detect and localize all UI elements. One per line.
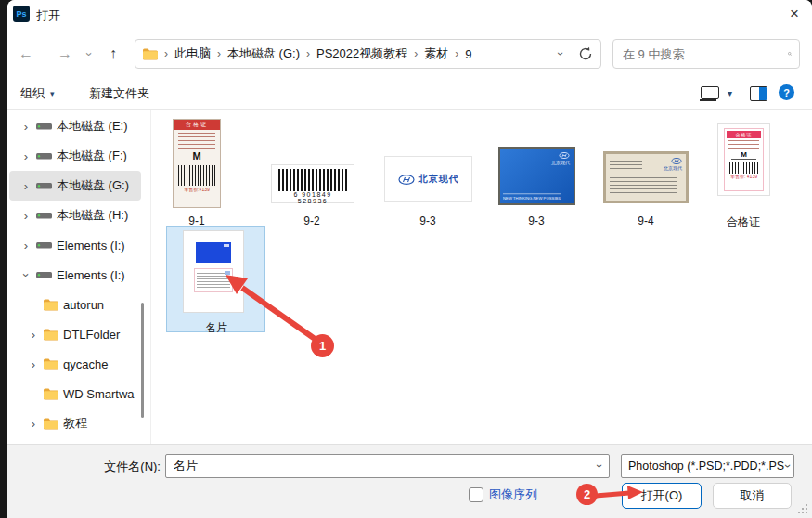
chevron-down-icon[interactable]: › (19, 269, 33, 280)
chevron-down-icon: › (83, 52, 97, 56)
filename-input[interactable] (165, 454, 610, 478)
file-list: 合格证 M 零售价:¥139 9-1 6 901849 528936 9-2 北… (150, 110, 812, 444)
drive-icon (36, 121, 52, 132)
thumb-text-lines (178, 133, 215, 151)
refresh-icon[interactable] (578, 46, 593, 61)
address-bar[interactable]: › 此电脑 › 本地磁盘 (G:) › PS2022视频教程 › 素材 › 9 … (135, 39, 601, 69)
thumb-text-lines (610, 161, 642, 170)
organize-label: 组织 (20, 85, 45, 102)
filetype-select[interactable]: Photoshop (*.PSD;*.PDD;*.PS › (621, 454, 794, 478)
photoshop-app-icon: Ps (13, 6, 30, 22)
search-input[interactable] (621, 46, 788, 62)
breadcrumb-9[interactable]: 9 (465, 47, 471, 61)
view-mode-caret-icon[interactable]: ▾ (728, 88, 732, 98)
new-folder-button[interactable]: 新建文件夹 (89, 85, 149, 102)
back-button[interactable]: ← (15, 43, 37, 65)
forward-button[interactable]: → (54, 43, 76, 65)
sidebar-item-label: autorun (63, 298, 104, 312)
breadcrumb-separator: › (455, 47, 458, 60)
breadcrumb-sucai[interactable]: 素材 (424, 45, 448, 62)
thumb-barcode (178, 165, 215, 186)
sidebar-item-label: 本地磁盘 (H:) (57, 207, 128, 224)
thumb-text-lines (728, 140, 759, 151)
file-item-9-2[interactable]: 6 901849 528936 (271, 164, 354, 203)
drive-icon (36, 210, 52, 221)
sidebar-scrollbar[interactable] (141, 303, 144, 418)
sidebar-item-label: 本地磁盘 (F:) (57, 148, 127, 164)
thumb-hyundai-text-small: 北京现代 (664, 165, 682, 171)
cancel-button[interactable]: 取消 (713, 483, 792, 509)
thumb-blue-card-small (196, 242, 231, 263)
folder-icon (44, 358, 58, 370)
open-button[interactable]: 打开(O) (622, 483, 702, 509)
forward-icon: → (58, 45, 72, 62)
breadcrumb-separator: › (414, 47, 418, 60)
file-item-9-3-white[interactable]: 北京现代 (384, 156, 472, 202)
chevron-right-icon[interactable]: › (20, 239, 32, 253)
image-sequence-checkbox[interactable] (469, 487, 483, 502)
sidebar-item-label: WD Smartwa (63, 387, 135, 401)
drive-icon (36, 240, 52, 251)
breadcrumb-separator: › (217, 47, 221, 60)
thumb-barcode-digits: 6 901849 528936 (278, 191, 347, 204)
sidebar-item-label: DTLFolder (63, 328, 120, 342)
up-button[interactable]: ↑ (102, 43, 124, 65)
close-icon[interactable]: × (781, 2, 807, 26)
file-item-9-3-blue[interactable]: 北京现代 NEW THINKING.NEW POSSIBILITIES. (498, 147, 575, 205)
filename-label: 文件名(N): (63, 459, 161, 475)
breadcrumb-ps2022[interactable]: PS2022视频教程 (316, 45, 407, 62)
file-item-9-4[interactable]: 北京现代 (603, 151, 689, 203)
breadcrumb-local-disk-g[interactable]: 本地磁盘 (G:) (227, 45, 300, 62)
thumb-cert-title: 合格证 (727, 131, 761, 138)
file-item-mingpian-selected[interactable]: 名片 (166, 226, 265, 332)
file-item-hegezheng[interactable]: 合格证 M 零售价: ¥139 (717, 123, 770, 196)
search-box[interactable] (612, 39, 800, 69)
sidebar-item-disk-h[interactable]: › 本地磁盘 (H:) (9, 201, 141, 230)
sidebar-item-label: qycache (63, 357, 108, 371)
thumb-slogan: NEW THINKING.NEW POSSIBILITIES. (503, 193, 561, 201)
sidebar-item-label: 本地磁盘 (E:) (57, 118, 128, 135)
chevron-down-icon: › (781, 464, 794, 468)
file-item-9-1[interactable]: 合格证 M 零售价:¥139 (173, 119, 221, 208)
chevron-right-icon[interactable]: › (28, 417, 39, 431)
address-dropdown-icon[interactable]: › (554, 52, 567, 56)
sidebar-item-disk-g-selected[interactable]: › 本地磁盘 (G:) (9, 171, 141, 201)
hyundai-logo-icon (398, 175, 415, 185)
sidebar-item-disk-f[interactable]: › 本地磁盘 (F:) (9, 141, 141, 171)
breadcrumb-this-pc[interactable]: 此电脑 (174, 45, 211, 62)
breadcrumb-separator: › (164, 47, 168, 60)
sidebar-item-qycache[interactable]: › qycache (9, 349, 141, 379)
recent-locations-button[interactable]: › (78, 43, 100, 65)
view-mode-icon[interactable] (701, 86, 719, 99)
thumb-barcode (278, 169, 347, 191)
chevron-right-icon[interactable]: › (20, 149, 32, 163)
sidebar-item-autorun[interactable]: autorun (9, 290, 141, 319)
window-title: 打开 (36, 7, 60, 24)
file-label: 名片 (174, 320, 258, 336)
thumb-hyundai-text-small: 北京现代 (551, 160, 570, 165)
sidebar-item-label: Elements (I:) (57, 268, 125, 282)
chevron-down-icon[interactable]: › (593, 464, 606, 468)
filename-combobox: › (165, 454, 610, 478)
sidebar-item-elements-i-expanded[interactable]: › Elements (I:) (9, 260, 141, 290)
chevron-right-icon[interactable]: › (20, 120, 32, 134)
sidebar-item-disk-e[interactable]: › 本地磁盘 (E:) (9, 111, 141, 141)
thumb-cert-price: 零售价:¥139 (174, 187, 220, 192)
sidebar-item-dtlfolder[interactable]: › DTLFolder (9, 319, 141, 349)
chevron-right-icon[interactable]: › (20, 179, 32, 193)
sidebar-item-jiaocheng[interactable]: › 教程 (9, 408, 141, 438)
sidebar-item-wd-smartware[interactable]: WD Smartwa (9, 379, 141, 408)
organize-button[interactable]: 组织 ▾ (20, 85, 55, 102)
thumb-cert-title: 合格证 (174, 120, 220, 130)
title-bar[interactable]: Ps 打开 × (7, 0, 812, 28)
breadcrumb-separator: › (306, 47, 310, 60)
chevron-right-icon[interactable]: › (28, 357, 39, 371)
sidebar-item-elements-i[interactable]: › Elements (I:) (9, 230, 141, 260)
help-icon[interactable]: ? (779, 84, 794, 100)
preview-pane-icon[interactable] (750, 86, 767, 101)
resize-grip[interactable] (797, 503, 808, 514)
thumb-blue-card: 北京现代 NEW THINKING.NEW POSSIBILITIES. (500, 149, 574, 203)
chevron-right-icon[interactable]: › (28, 328, 39, 342)
chevron-right-icon[interactable]: › (20, 209, 32, 223)
thumb-text-lines (197, 273, 230, 288)
